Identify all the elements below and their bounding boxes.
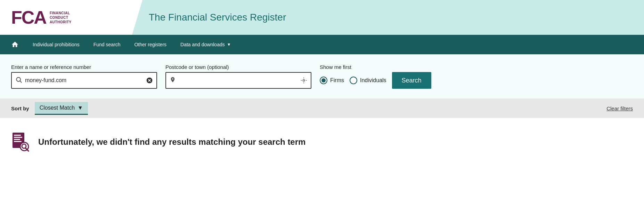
name-search-input[interactable] [22,77,146,84]
radio-search-row: Firms Individuals Search [320,72,431,89]
postcode-label: Postcode or town (optional) [165,64,311,70]
clear-filters-button[interactable]: Clear filters [606,105,633,111]
logo-area: FCA FINANCIAL CONDUCT AUTHORITY [0,0,132,35]
svg-point-0 [16,77,21,81]
svg-rect-11 [14,135,21,136]
logo-letters: FCA [11,8,46,26]
geolocate-button[interactable] [300,77,307,84]
clear-name-button[interactable] [146,77,153,84]
svg-rect-12 [14,137,22,138]
search-icon [15,76,22,85]
postcode-input-wrapper [165,72,311,89]
individuals-radio-option[interactable]: Individuals [350,77,386,84]
postcode-search-field: Postcode or town (optional) [165,64,311,89]
postcode-input[interactable] [176,77,300,84]
logo-line1: FINANCIAL [50,11,72,15]
no-results-section: Unfortunately, we didn't find any result… [0,118,644,166]
sort-dropdown[interactable]: Closest Match ▼ [35,102,88,115]
nav-other-registers[interactable]: Other registers [127,35,173,54]
firms-radio-inner [321,78,326,82]
page-title: The Financial Services Register [149,12,286,23]
header-title-area: The Financial Services Register [132,0,644,35]
logo-line3: AUTHORITY [50,20,72,24]
sort-value: Closest Match [40,105,75,111]
show-me-first-section: Show me first Firms Individuals Search [320,64,431,89]
nav-individual-prohibitions[interactable]: Individual prohibitions [26,35,87,54]
location-pin-icon [170,76,176,85]
page-header: FCA FINANCIAL CONDUCT AUTHORITY The Fina… [0,0,644,35]
search-section: Enter a name or reference number Postcod… [0,54,644,98]
svg-line-1 [20,81,22,82]
logo-text: FINANCIAL CONDUCT AUTHORITY [50,11,72,24]
chevron-down-icon: ▼ [78,105,83,111]
name-input-wrapper [11,72,157,89]
fca-logo: FCA FINANCIAL CONDUCT AUTHORITY [11,8,72,26]
firms-radio-option[interactable]: Firms [320,77,344,84]
main-nav: Individual prohibitions Fund search Othe… [0,35,644,54]
no-results-icon [11,132,31,152]
svg-rect-13 [14,139,20,140]
home-nav-icon[interactable] [11,41,26,48]
sort-bar: Sort by Closest Match ▼ Clear filters [0,98,644,118]
chevron-down-icon: ▼ [227,42,231,47]
individuals-label: Individuals [360,77,386,84]
svg-rect-14 [14,141,22,142]
individuals-radio-button[interactable] [350,77,357,84]
name-search-field: Enter a name or reference number [11,64,157,89]
nav-fund-search[interactable]: Fund search [87,35,128,54]
svg-point-5 [303,80,305,81]
show-me-first-label: Show me first [320,64,431,70]
nav-data-downloads[interactable]: Data and downloads ▼ [173,35,238,54]
firms-radio-button[interactable] [320,77,327,84]
no-results-message: Unfortunately, we didn't find any result… [38,137,305,147]
search-button[interactable]: Search [392,72,431,89]
name-search-label: Enter a name or reference number [11,64,157,70]
sort-left: Sort by Closest Match ▼ [11,102,88,115]
logo-line2: CONDUCT [50,15,72,20]
firms-label: Firms [330,77,344,84]
sort-by-label: Sort by [11,105,29,111]
